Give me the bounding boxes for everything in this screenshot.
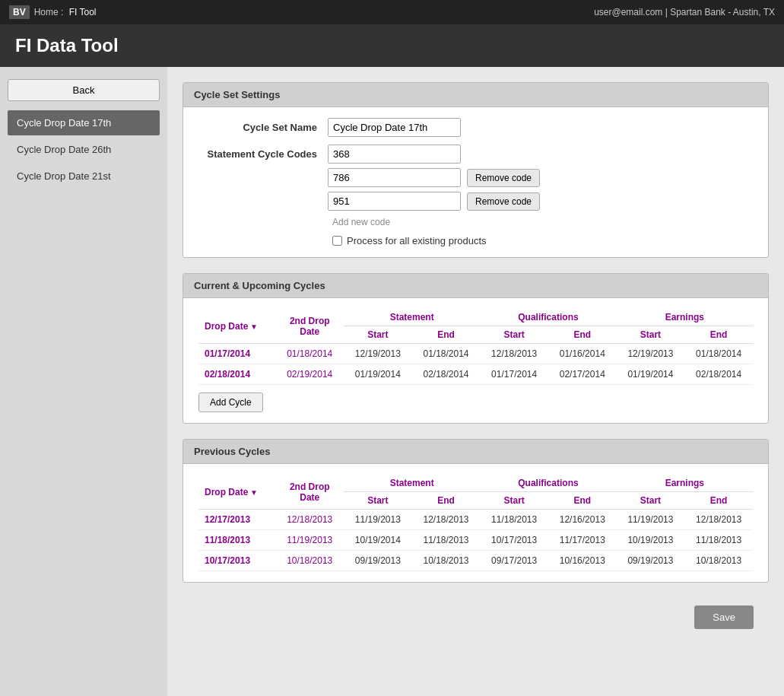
prev-2nd-drop-1: 11/19/2013 (275, 530, 344, 551)
previous-cycle-row: 11/18/2013 11/19/2013 10/19/2014 11/18/2… (198, 530, 753, 551)
topbar-logo: BV (9, 5, 30, 19)
save-button[interactable]: Save (694, 605, 754, 629)
th-earn-end: End (684, 326, 753, 344)
previous-cycle-row: 10/17/2013 10/18/2013 09/19/2013 10/18/2… (198, 551, 753, 571)
cycle-set-settings-panel: Cycle Set Settings Cycle Set Name Statem… (183, 82, 769, 258)
prev-stmt-end-0: 12/18/2013 (412, 510, 481, 530)
th-drop-date[interactable]: Drop Date (198, 309, 275, 344)
prev-2nd-drop-0: 12/18/2013 (275, 510, 344, 530)
prev-qual-start-2: 09/17/2013 (480, 551, 548, 571)
prev-stmt-start-1: 10/19/2014 (344, 530, 412, 551)
cu-stmt-end-1: 02/18/2014 (412, 364, 481, 385)
cu-stmt-start-1: 01/19/2014 (344, 364, 412, 385)
th-statement: Statement (344, 309, 480, 326)
prev-earn-start-2: 09/19/2013 (617, 551, 685, 571)
content-area: Cycle Set Settings Cycle Set Name Statem… (167, 67, 784, 696)
prev-qual-start-1: 10/17/2013 (480, 530, 548, 551)
prev-earn-start-1: 10/19/2013 (617, 530, 685, 551)
th-qualifications: Qualifications (480, 309, 616, 326)
code-row-1 (328, 145, 540, 164)
statement-cycle-codes-inputs: Remove code Remove code Add new code (328, 145, 540, 227)
save-row: Save (183, 598, 769, 644)
app-header: FI Data Tool (0, 24, 784, 67)
add-new-code-link[interactable]: Add new code (328, 217, 540, 227)
cu-earn-start-1: 01/19/2014 (617, 364, 685, 385)
cycle-set-name-inputs (328, 118, 461, 137)
prev-qual-end-0: 12/16/2013 (548, 510, 617, 530)
th-qual-start: Start (480, 326, 548, 344)
topbar-home[interactable]: Home : (34, 7, 64, 17)
previous-cycles-table: Drop Date 2nd DropDate Statement Qualifi… (198, 475, 753, 571)
cycle-set-settings-body: Cycle Set Name Statement Cycle Codes (183, 107, 768, 257)
prev-stmt-start-2: 09/19/2013 (344, 551, 412, 571)
main-layout: Back Cycle Drop Date 17th Cycle Drop Dat… (0, 67, 784, 696)
cu-2nd-drop-1: 02/19/2014 (275, 364, 344, 385)
th-statement-end: End (412, 326, 481, 344)
prev-th-2nd-drop-date: 2nd DropDate (275, 475, 344, 510)
current-upcoming-row: 02/18/2014 02/19/2014 01/19/2014 02/18/2… (198, 364, 753, 385)
current-upcoming-row: 01/17/2014 01/18/2014 12/19/2013 01/18/2… (198, 344, 753, 364)
prev-th-qual-end: End (548, 492, 617, 510)
prev-2nd-drop-2: 10/18/2013 (275, 551, 344, 571)
add-cycle-button[interactable]: Add Cycle (198, 392, 263, 412)
process-checkbox-label: Process for all existing products (347, 235, 487, 246)
prev-drop-date-2: 10/17/2013 (198, 551, 275, 571)
current-upcoming-table: Drop Date 2nd DropDate Statement Qualifi… (198, 309, 753, 385)
cu-stmt-start-0: 12/19/2013 (344, 344, 412, 364)
th-2nd-drop-date: 2nd DropDate (275, 309, 344, 344)
code-row-2: Remove code (328, 168, 540, 187)
sidebar-item-cycle-21[interactable]: Cycle Drop Date 21st (8, 164, 160, 189)
sidebar-item-cycle-26[interactable]: Cycle Drop Date 26th (8, 137, 160, 162)
th-earn-start: Start (617, 326, 685, 344)
cu-2nd-drop-0: 01/18/2014 (275, 344, 344, 364)
topbar-nav: Home : FI Tool (34, 7, 97, 17)
prev-qual-start-0: 11/18/2013 (480, 510, 548, 530)
prev-th-earn-end: End (684, 492, 753, 510)
cu-drop-date-1: 02/18/2014 (198, 364, 275, 385)
cu-earn-end-1: 02/18/2014 (684, 364, 753, 385)
prev-earn-start-0: 11/19/2013 (617, 510, 685, 530)
app-title: FI Data Tool (15, 35, 119, 56)
cycle-set-name-label: Cycle Set Name (198, 118, 328, 133)
cu-qual-end-1: 02/17/2014 (548, 364, 617, 385)
prev-th-statement-end: End (412, 492, 481, 510)
code-input-1[interactable] (328, 145, 461, 164)
prev-th-earnings: Earnings (617, 475, 753, 492)
previous-cycles-body: Drop Date 2nd DropDate Statement Qualifi… (183, 464, 768, 582)
back-button[interactable]: Back (8, 79, 160, 101)
remove-code-button-1[interactable]: Remove code (467, 169, 540, 187)
prev-th-drop-date[interactable]: Drop Date (198, 475, 275, 510)
prev-th-qualifications: Qualifications (480, 475, 616, 492)
code-input-2[interactable] (328, 168, 461, 187)
current-upcoming-panel: Current & Upcoming Cycles Drop Date 2nd … (183, 273, 769, 424)
cu-stmt-end-0: 01/18/2014 (412, 344, 481, 364)
sidebar-item-cycle-17[interactable]: Cycle Drop Date 17th (8, 110, 160, 135)
cycle-set-name-input[interactable] (328, 118, 461, 137)
statement-cycle-codes-row: Statement Cycle Codes Remove code Remove… (198, 145, 753, 227)
remove-code-button-2[interactable]: Remove code (467, 192, 540, 211)
prev-qual-end-1: 11/17/2013 (548, 530, 617, 551)
cu-earn-end-0: 01/18/2014 (684, 344, 753, 364)
prev-earn-end-0: 12/18/2013 (684, 510, 753, 530)
prev-th-earn-start: Start (617, 492, 685, 510)
prev-th-statement-start: Start (344, 492, 412, 510)
previous-cycles-panel: Previous Cycles Drop Date 2nd DropDate S… (183, 439, 769, 583)
prev-drop-date-1: 11/18/2013 (198, 530, 275, 551)
topbar: BV Home : FI Tool user@email.com | Spart… (0, 0, 784, 24)
prev-earn-end-1: 11/18/2013 (684, 530, 753, 551)
prev-stmt-end-2: 10/18/2013 (412, 551, 481, 571)
prev-drop-date-0: 12/17/2013 (198, 510, 275, 530)
cu-qual-start-1: 01/17/2014 (480, 364, 548, 385)
th-statement-start: Start (344, 326, 412, 344)
code-input-3[interactable] (328, 192, 461, 211)
prev-stmt-end-1: 11/18/2013 (412, 530, 481, 551)
topbar-tool[interactable]: FI Tool (69, 7, 97, 17)
previous-cycle-row: 12/17/2013 12/18/2013 11/19/2013 12/18/2… (198, 510, 753, 530)
statement-cycle-codes-label: Statement Cycle Codes (198, 145, 328, 160)
topbar-user-info: user@email.com | Spartan Bank - Austin, … (594, 7, 775, 17)
process-checkbox-row: Process for all existing products (198, 235, 753, 246)
sidebar: Back Cycle Drop Date 17th Cycle Drop Dat… (0, 67, 167, 696)
current-upcoming-body: Drop Date 2nd DropDate Statement Qualifi… (183, 298, 768, 423)
cu-drop-date-0: 01/17/2014 (198, 344, 275, 364)
process-checkbox[interactable] (332, 236, 342, 246)
